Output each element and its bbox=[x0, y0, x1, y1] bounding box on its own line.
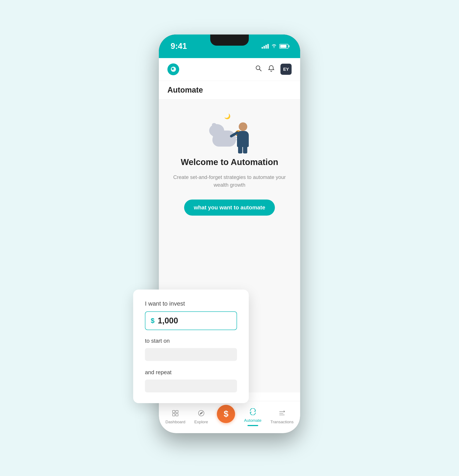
piggy-leg-3 bbox=[224, 130, 228, 136]
nav-label-transactions: Transactions bbox=[270, 420, 294, 424]
svg-rect-4 bbox=[172, 410, 175, 413]
signal-icon bbox=[262, 44, 269, 49]
svg-marker-9 bbox=[200, 412, 203, 415]
app-header: EY bbox=[159, 58, 300, 81]
piggy-body bbox=[212, 130, 236, 147]
app-logo bbox=[167, 63, 179, 75]
date-input[interactable] bbox=[145, 348, 237, 361]
automate-active-indicator bbox=[247, 425, 258, 426]
search-icon[interactable] bbox=[255, 65, 262, 74]
piggy-leg-1 bbox=[212, 130, 216, 136]
person-leg-right bbox=[243, 146, 247, 153]
person-figure bbox=[237, 131, 249, 147]
svg-rect-6 bbox=[172, 414, 175, 416]
currency-symbol: $ bbox=[151, 317, 155, 325]
nav-label-dashboard: Dashboard bbox=[165, 420, 185, 424]
notch bbox=[210, 34, 249, 46]
nav-label-explore: Explore bbox=[194, 420, 208, 424]
svg-rect-7 bbox=[176, 414, 178, 416]
welcome-title: Welcome to Automation bbox=[181, 157, 278, 167]
battery-icon bbox=[279, 44, 288, 49]
repeat-label: and repeat bbox=[145, 369, 237, 376]
explore-icon bbox=[198, 410, 205, 418]
status-bar: 9:41 bbox=[159, 34, 300, 58]
nav-item-automate[interactable]: Automate bbox=[244, 408, 261, 426]
scene: 9:41 bbox=[133, 34, 326, 442]
piggy-leg-2 bbox=[218, 130, 222, 136]
user-avatar[interactable]: EY bbox=[280, 64, 292, 75]
status-time: 9:41 bbox=[171, 42, 187, 51]
nav-center-invest[interactable]: $ bbox=[217, 405, 235, 423]
automate-button[interactable]: what you want to automate bbox=[184, 200, 275, 216]
automate-nav-icon bbox=[249, 408, 256, 417]
start-label: to start on bbox=[145, 338, 237, 344]
amount-value: 1,000 bbox=[158, 316, 178, 325]
status-icons bbox=[262, 43, 288, 50]
bell-icon[interactable] bbox=[268, 65, 274, 74]
svg-point-1 bbox=[172, 68, 174, 70]
person-body bbox=[237, 131, 249, 147]
dollar-icon: $ bbox=[224, 409, 229, 419]
wifi-icon bbox=[271, 43, 277, 50]
page-title: Automate bbox=[167, 85, 292, 94]
svg-line-3 bbox=[260, 69, 261, 71]
bottom-nav: Dashboard Explore $ bbox=[159, 401, 300, 433]
svg-rect-5 bbox=[176, 410, 178, 413]
amount-input-wrapper[interactable]: $ 1,000 bbox=[145, 311, 237, 330]
nav-item-transactions[interactable]: Transactions bbox=[270, 410, 294, 424]
illustration: 🌙 bbox=[208, 112, 251, 151]
page-title-bar: Automate bbox=[159, 81, 300, 99]
invest-label: I want to invest bbox=[145, 300, 237, 307]
nav-item-dashboard[interactable]: Dashboard bbox=[165, 410, 185, 424]
repeat-input[interactable] bbox=[145, 380, 237, 392]
header-icons: EY bbox=[255, 64, 292, 75]
nav-item-explore[interactable]: Explore bbox=[194, 410, 208, 424]
transactions-icon bbox=[279, 410, 285, 418]
nav-label-automate: Automate bbox=[244, 418, 261, 423]
person-head bbox=[239, 122, 247, 131]
moon-icon: 🌙 bbox=[224, 113, 230, 119]
person-leg-left bbox=[238, 146, 242, 153]
svg-point-2 bbox=[256, 66, 260, 70]
dashboard-icon bbox=[172, 410, 179, 418]
welcome-subtitle: Create set-and-forget strategies to auto… bbox=[167, 173, 292, 189]
floating-card: I want to invest $ 1,000 to start on and… bbox=[133, 289, 249, 403]
